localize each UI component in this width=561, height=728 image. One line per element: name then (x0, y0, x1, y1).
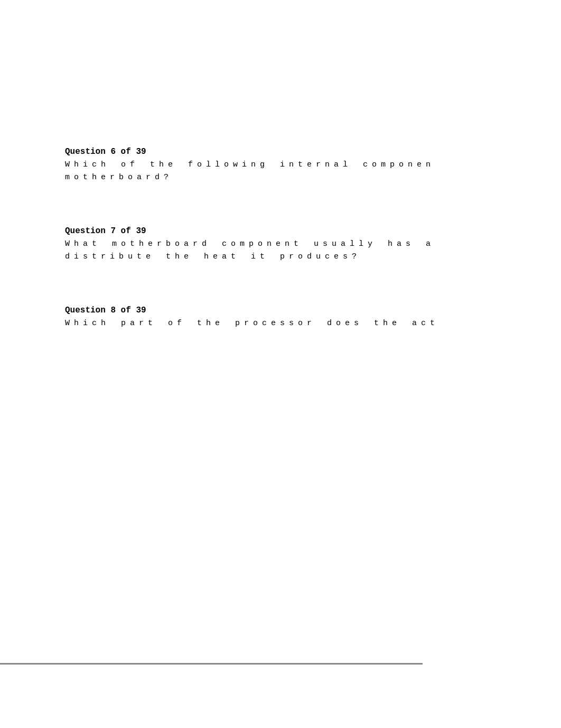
question-8-label: Question 8 of 39 (65, 306, 540, 315)
page-container: Question 6 of 39 Which of the following … (0, 0, 561, 728)
question-7-line1: What motherboard component usually has a (65, 239, 435, 248)
bottom-divider (0, 663, 423, 665)
question-8-block: Question 8 of 39 Which part of the proce… (0, 263, 561, 330)
question-8-line1: Which part of the processor does the act (65, 319, 439, 328)
question-7-line2: distribute the heat it produces? (65, 252, 361, 261)
question-6-block: Question 6 of 39 Which of the following … (0, 0, 561, 184)
question-6-line1: Which of the following internal componen (65, 160, 435, 169)
question-6-line2: motherboard? (65, 173, 173, 182)
question-7-text: What motherboard component usually has a… (65, 238, 540, 263)
question-8-text: Which part of the processor does the act (65, 317, 540, 330)
question-6-text: Which of the following internal componen… (65, 159, 540, 184)
question-7-block: Question 7 of 39 What motherboard compon… (0, 184, 561, 263)
question-6-label: Question 6 of 39 (65, 147, 540, 156)
question-7-label: Question 7 of 39 (65, 226, 540, 236)
